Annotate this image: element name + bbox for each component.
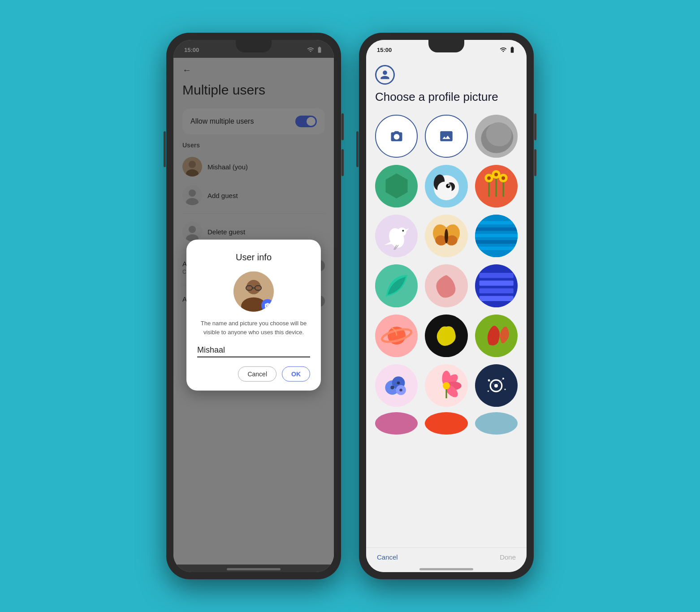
- svg-point-30: [487, 177, 491, 180]
- avatar-option-green-hex[interactable]: [375, 165, 418, 207]
- svg-rect-53: [479, 289, 513, 293]
- dialog-ok-button[interactable]: OK: [282, 366, 310, 382]
- time-2: 15:00: [377, 47, 392, 53]
- dialog-cancel-button[interactable]: Cancel: [238, 366, 277, 382]
- butterfly-icon: [428, 218, 464, 254]
- dialog-avatar: [233, 272, 274, 312]
- avatar-option-teal-leaf[interactable]: [375, 264, 418, 307]
- user-info-dialog: User info: [186, 240, 321, 391]
- avatar-option-blue-lines[interactable]: [475, 264, 518, 307]
- volume-down-button-2[interactable]: [534, 149, 536, 176]
- avatar-option-blob[interactable]: [475, 115, 518, 157]
- phone-2-notch: [428, 40, 464, 52]
- avatar-option-dove[interactable]: [375, 215, 418, 257]
- battery-icon-2: [509, 46, 516, 53]
- svg-point-61: [397, 381, 399, 384]
- pink-flower-icon: [428, 368, 464, 404]
- star-icon: [478, 368, 514, 404]
- dialog-avatar-wrap: [197, 272, 310, 312]
- phone-2-content: Choose a profile picture: [366, 58, 527, 547]
- cancel-button-2[interactable]: Cancel: [377, 553, 398, 561]
- svg-point-75: [488, 390, 489, 392]
- volume-down-button[interactable]: [341, 149, 344, 176]
- wifi-icon-2: [500, 46, 507, 53]
- avatar-option-yellow-blob[interactable]: [425, 315, 467, 357]
- svg-point-21: [437, 182, 452, 196]
- partial-avatar-3[interactable]: [475, 412, 518, 435]
- person-icon: [380, 69, 390, 80]
- volume-up-button-2[interactable]: [534, 113, 536, 140]
- home-bar-2: [419, 568, 473, 570]
- blob-shape: [475, 115, 518, 157]
- avatar-option-pink-shape[interactable]: [425, 264, 467, 307]
- partial-avatar-1[interactable]: [375, 412, 418, 435]
- partial-avatar-2[interactable]: [425, 412, 467, 435]
- avatar-option-blue-stripes[interactable]: [475, 215, 518, 257]
- flowers-icon: [478, 168, 514, 204]
- dove-icon: [379, 218, 415, 254]
- profile-header-icon: [375, 65, 395, 85]
- svg-point-74: [505, 388, 506, 390]
- svg-rect-49: [475, 240, 518, 244]
- avatar-option-star[interactable]: [475, 364, 518, 407]
- power-button[interactable]: [164, 131, 166, 167]
- avatar-option-camera[interactable]: [375, 115, 418, 157]
- dog-icon: [428, 168, 464, 204]
- partial-avatar-row: [375, 412, 518, 435]
- pink-shape-icon: [428, 268, 464, 304]
- avatar-option-blue-circles[interactable]: [375, 364, 418, 407]
- avatar-grid: [375, 115, 518, 407]
- avatar-option-planet[interactable]: [375, 315, 418, 357]
- camera-icon: [264, 302, 271, 309]
- svg-point-44: [445, 229, 448, 243]
- phone-2-screen: 15:00 Choose a profile picture: [366, 40, 527, 572]
- blue-stripes-icon: [475, 215, 518, 257]
- avatar-option-dog[interactable]: [425, 165, 467, 207]
- gallery-option-icon: [440, 129, 453, 143]
- blue-circles-icon: [379, 368, 415, 404]
- svg-point-10: [246, 280, 261, 294]
- phone-1-notch: [236, 40, 272, 52]
- svg-point-23: [448, 185, 449, 186]
- planet-icon: [379, 318, 415, 353]
- volume-up-button[interactable]: [341, 113, 344, 140]
- teal-leaf-icon: [379, 268, 415, 304]
- svg-marker-17: [385, 173, 407, 198]
- user-name-input[interactable]: [197, 344, 310, 358]
- camera-option-icon: [390, 129, 403, 143]
- svg-rect-54: [479, 296, 513, 301]
- phone-2: 15:00 Choose a profile picture: [359, 33, 534, 579]
- phone-1-screen: 15:00 ← Multiple users Allow multiple us…: [173, 40, 334, 572]
- svg-marker-36: [384, 241, 392, 245]
- svg-rect-47: [475, 227, 518, 231]
- camera-badge-icon[interactable]: [261, 299, 274, 312]
- blue-lines-icon: [475, 264, 518, 307]
- dialog-description: The name and picture you choose will be …: [197, 319, 310, 336]
- svg-point-32: [501, 177, 505, 180]
- home-indicator-2: [366, 565, 527, 572]
- status-icons-2: [500, 46, 516, 53]
- svg-point-60: [390, 386, 394, 389]
- red-leaves-icon: [478, 318, 514, 353]
- svg-point-37: [402, 230, 404, 232]
- power-button-2[interactable]: [356, 131, 359, 167]
- done-button[interactable]: Done: [500, 553, 516, 561]
- svg-point-62: [399, 388, 402, 391]
- svg-rect-51: [479, 273, 513, 278]
- svg-rect-52: [479, 280, 513, 285]
- dialog-title: User info: [197, 252, 310, 263]
- avatar-option-butterfly[interactable]: [425, 215, 467, 257]
- svg-rect-50: [475, 246, 518, 250]
- yellow-blob-icon: [428, 318, 464, 353]
- svg-point-31: [494, 173, 498, 177]
- green-hex-icon: [381, 170, 412, 202]
- phone-1: 15:00 ← Multiple users Allow multiple us…: [166, 33, 341, 579]
- avatar-option-gallery[interactable]: [425, 115, 467, 157]
- svg-point-22: [446, 184, 450, 188]
- profile-title: Choose a profile picture: [375, 90, 518, 104]
- svg-rect-46: [475, 221, 518, 224]
- avatar-option-pink-flower[interactable]: [425, 364, 467, 407]
- svg-point-67: [443, 382, 450, 389]
- avatar-option-flowers[interactable]: [475, 165, 518, 207]
- avatar-option-red-leaves[interactable]: [475, 315, 518, 357]
